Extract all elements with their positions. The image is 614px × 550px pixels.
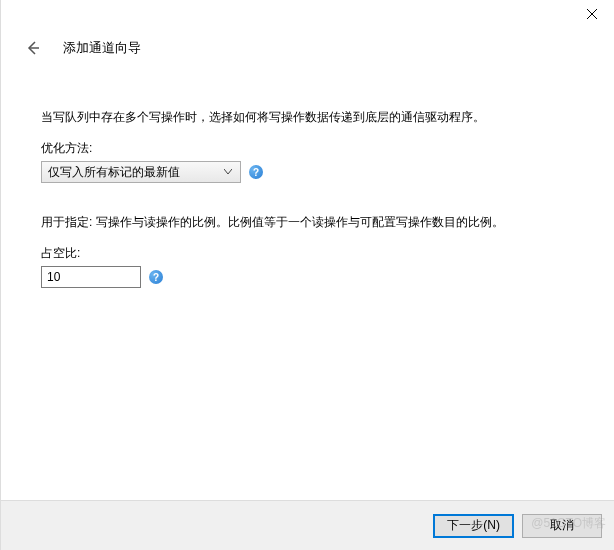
header: 添加通道向导 xyxy=(1,28,614,68)
next-button[interactable]: 下一步(N) xyxy=(433,514,514,538)
chevron-down-icon xyxy=(220,169,236,175)
optimization-desc: 当写队列中存在多个写操作时，选择如何将写操作数据传递到底层的通信驱动程序。 xyxy=(41,108,574,126)
back-button[interactable] xyxy=(21,36,45,60)
wizard-title: 添加通道向导 xyxy=(63,39,141,57)
wizard-dialog: 添加通道向导 当写队列中存在多个写操作时，选择如何将写操作数据传递到底层的通信驱… xyxy=(0,0,614,550)
arrow-left-icon xyxy=(25,40,41,56)
cancel-button[interactable]: 取消 xyxy=(522,514,602,538)
dutycycle-desc: 用于指定: 写操作与读操作的比例。比例值等于一个读操作与可配置写操作数目的比例。 xyxy=(41,213,574,231)
optimization-value: 仅写入所有标记的最新值 xyxy=(48,164,180,181)
footer: 下一步(N) 取消 xyxy=(1,500,614,550)
optimization-select[interactable]: 仅写入所有标记的最新值 xyxy=(41,161,241,183)
optimization-label: 优化方法: xyxy=(41,140,574,157)
close-button[interactable] xyxy=(569,0,614,28)
dutycycle-input[interactable] xyxy=(41,266,141,288)
close-icon xyxy=(587,9,597,19)
titlebar xyxy=(1,0,614,28)
content: 当写队列中存在多个写操作时，选择如何将写操作数据传递到底层的通信驱动程序。 优化… xyxy=(1,68,614,288)
help-icon-dutycycle[interactable]: ? xyxy=(149,270,163,284)
help-icon-optimization[interactable]: ? xyxy=(249,165,263,179)
dutycycle-label: 占空比: xyxy=(41,245,574,262)
